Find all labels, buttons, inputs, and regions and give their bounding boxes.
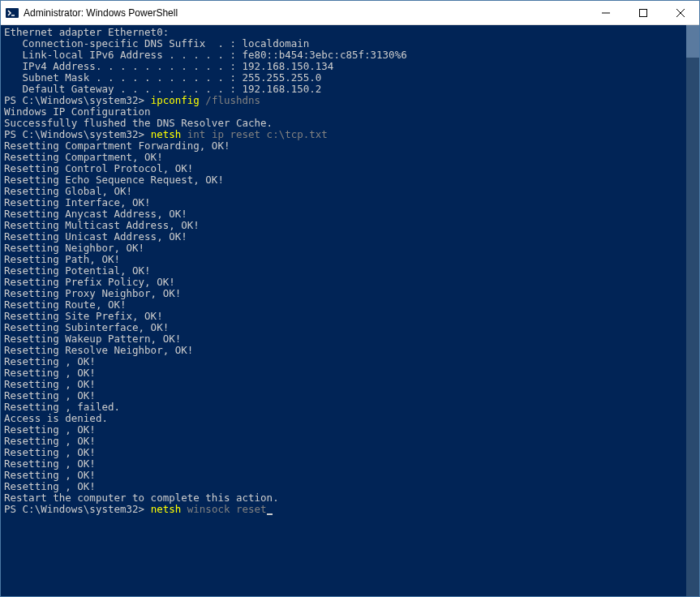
- output-line: Resetting Route, OK!: [4, 299, 696, 311]
- prompt-line: PS C:\Windows\system32> netsh winsock re…: [4, 504, 696, 515]
- command: netsh: [151, 503, 187, 515]
- window-title: Administrator: Windows PowerShell: [24, 7, 587, 19]
- minimize-button[interactable]: [587, 1, 625, 24]
- prompt-line: PS C:\Windows\system32> ipconfig /flushd…: [4, 95, 696, 106]
- output-line: Resetting , OK!: [4, 424, 696, 436]
- titlebar[interactable]: Administrator: Windows PowerShell: [1, 1, 699, 25]
- prompt-line: PS C:\Windows\system32> netsh int ip res…: [4, 129, 696, 140]
- output-line: Resetting , OK!: [4, 356, 696, 367]
- output-line: Resetting Interface, OK!: [4, 197, 696, 208]
- maximize-button[interactable]: [625, 1, 662, 24]
- output-line: Resetting , OK!: [4, 470, 696, 481]
- prompt-path: C:\Windows\system32>: [23, 128, 151, 140]
- output-line: IPv4 Address. . . . . . . . . . . : 192.…: [4, 61, 696, 72]
- output-line: Resetting Unicast Address, OK!: [4, 231, 696, 243]
- reset-output: Resetting Compartment Forwarding, OK!Res…: [4, 140, 696, 504]
- svg-rect-0: [6, 8, 19, 18]
- svg-rect-3: [640, 9, 647, 16]
- output-line: Resetting Anycast Address, OK!: [4, 208, 696, 220]
- output-line: Access is denied.: [4, 413, 696, 424]
- powershell-icon: [6, 6, 19, 19]
- output-line: Resetting Proxy Neighbor, OK!: [4, 288, 696, 299]
- output-line: Resetting Global, OK!: [4, 186, 696, 197]
- output-line: Resetting , OK!: [4, 481, 696, 492]
- command-arg: /flushdns: [205, 94, 260, 106]
- output-line: Resetting Control Protocol, OK!: [4, 163, 696, 174]
- command-arg: winsock reset: [187, 503, 267, 515]
- prompt-ps: PS: [4, 128, 23, 140]
- output-line: Resetting , OK!: [4, 458, 696, 470]
- output-line: Resetting Compartment, OK!: [4, 152, 696, 163]
- output-line: Resetting , OK!: [4, 367, 696, 379]
- cursor: [267, 513, 273, 515]
- prompt-ps: PS: [4, 503, 23, 515]
- output-line: Restart the computer to complete this ac…: [4, 492, 696, 504]
- output-line: Windows IP Configuration: [4, 106, 696, 118]
- output-line: Resetting , failed.: [4, 402, 696, 413]
- output-line: Resetting Resolve Neighbor, OK!: [4, 345, 696, 356]
- output-line: Resetting Prefix Policy, OK!: [4, 277, 696, 288]
- command-arg: int ip reset c:\tcp.txt: [187, 128, 328, 140]
- prompt-path: C:\Windows\system32>: [23, 94, 151, 106]
- output-line: Resetting Compartment Forwarding, OK!: [4, 140, 696, 152]
- output-line: Resetting Subinterface, OK!: [4, 322, 696, 333]
- output-line: Resetting Site Prefix, OK!: [4, 311, 696, 322]
- output-line: Resetting Neighbor, OK!: [4, 243, 696, 254]
- output-line: Resetting , OK!: [4, 447, 696, 458]
- scrollbar-thumb[interactable]: [686, 25, 699, 58]
- output-line: Successfully flushed the DNS Resolver Ca…: [4, 118, 696, 129]
- terminal-output[interactable]: Ethernet adapter Ethernet0: Connection-s…: [1, 25, 699, 596]
- output-line: Resetting Wakeup Pattern, OK!: [4, 333, 696, 345]
- command: netsh: [151, 128, 187, 140]
- output-line: Subnet Mask . . . . . . . . . . . : 255.…: [4, 72, 696, 84]
- output-line: Resetting , OK!: [4, 390, 696, 402]
- output-line: Resetting Potential, OK!: [4, 265, 696, 277]
- output-line: Resetting Echo Sequence Request, OK!: [4, 174, 696, 186]
- output-line: Resetting , OK!: [4, 436, 696, 447]
- output-line: Connection-specific DNS Suffix . : local…: [4, 38, 696, 49]
- command: ipconfig: [151, 94, 206, 106]
- prompt-ps: PS: [4, 94, 23, 106]
- output-line: Resetting , OK!: [4, 379, 696, 390]
- output-line: Resetting Multicast Address, OK!: [4, 220, 696, 231]
- output-line: Ethernet adapter Ethernet0:: [4, 27, 696, 38]
- scrollbar[interactable]: [686, 25, 699, 596]
- output-line: Resetting Path, OK!: [4, 254, 696, 265]
- prompt-path: C:\Windows\system32>: [23, 503, 151, 515]
- output-line: Link-local IPv6 Address . . . . . : fe80…: [4, 49, 696, 61]
- output-line: Default Gateway . . . . . . . . . : 192.…: [4, 84, 696, 95]
- powershell-window: Administrator: Windows PowerShell Ethern…: [0, 0, 700, 597]
- window-controls: [587, 1, 699, 24]
- close-button[interactable]: [662, 1, 699, 24]
